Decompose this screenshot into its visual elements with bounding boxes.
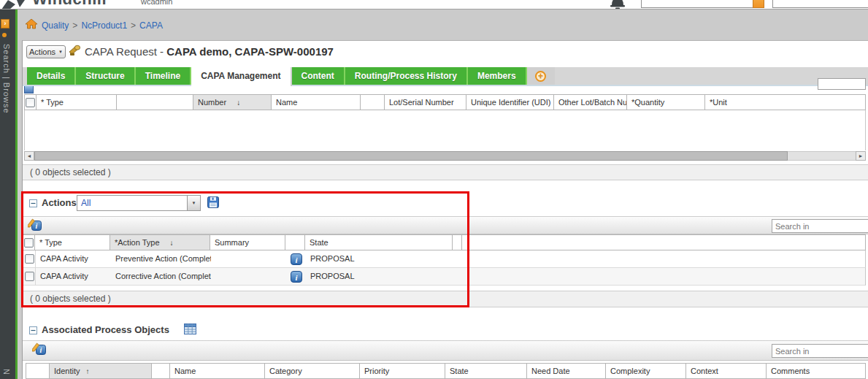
items-column-lot-serial[interactable]: Lot/Serial Number <box>385 94 466 110</box>
process-column-context[interactable]: Context <box>686 363 767 379</box>
information-icon[interactable]: i <box>291 271 302 283</box>
process-column-identity[interactable]: Identity↑ <box>50 363 152 379</box>
row-summary <box>211 250 286 267</box>
tab-timeline[interactable]: Timeline <box>136 67 191 85</box>
actions-table-status: ( 0 objects selected ) <box>23 291 868 307</box>
actions-column-empty[interactable] <box>453 234 462 250</box>
breadcrumb-link-quality[interactable]: Quality <box>42 20 69 31</box>
process-table-header: Identity↑ Name Category Priority State N… <box>26 363 866 379</box>
items-column-unit[interactable]: *Unit <box>705 94 866 110</box>
actions-column-state[interactable]: State <box>305 234 453 250</box>
save-view-icon[interactable] <box>207 196 219 208</box>
row-checkbox[interactable] <box>25 254 34 264</box>
tab-capa-management[interactable]: CAPA Management <box>191 67 291 86</box>
process-column-need-date[interactable]: Need Date <box>527 363 606 379</box>
capa-request-type-icon <box>69 45 82 56</box>
breadcrumb-link-capa[interactable]: CAPA <box>139 20 163 31</box>
scrollbar-left-arrow[interactable]: ◄ <box>24 151 34 161</box>
global-search-input[interactable] <box>641 0 753 8</box>
process-search-input[interactable] <box>772 344 868 358</box>
sort-descending-icon: ↓ <box>170 239 174 247</box>
add-tab-button[interactable]: + <box>527 67 555 85</box>
sidebar-item-search-browse[interactable]: Search | Browse <box>2 44 11 114</box>
actions-view-dropdown[interactable]: All ▼ <box>77 195 201 211</box>
process-column-name[interactable]: Name <box>170 363 265 379</box>
actions-menu-label: Actions <box>29 47 55 56</box>
items-column-number[interactable]: Number↓ <box>193 94 272 110</box>
tab-structure[interactable]: Structure <box>76 67 135 85</box>
process-objects-section-title: Associated Process Objects <box>42 324 169 335</box>
sidebar-expand-button[interactable]: › <box>1 19 9 28</box>
scrollbar-track[interactable] <box>788 151 856 161</box>
notifications-bell-icon[interactable] <box>609 0 626 9</box>
process-column-category[interactable]: Category <box>265 363 360 379</box>
process-column-empty <box>26 363 50 379</box>
row-type: CAPA Activity <box>36 250 111 267</box>
process-column-complexity[interactable]: Complexity <box>606 363 686 379</box>
information-icon[interactable]: i <box>291 253 302 265</box>
actions-column-action-type[interactable]: *Action Type↓ <box>110 234 210 250</box>
scrollbar-thumb[interactable] <box>34 151 788 161</box>
process-column-state[interactable]: State <box>445 363 527 379</box>
row-info-cell: i <box>286 250 306 267</box>
tab-content[interactable]: Content <box>292 67 345 85</box>
process-column-comments[interactable]: Comments <box>767 363 866 379</box>
actions-table-row-corrective[interactable]: CAPA Activity Corrective Action (Complet… <box>23 268 866 286</box>
tab-details[interactable]: Details <box>27 67 76 85</box>
tab-members[interactable]: Members <box>468 67 527 85</box>
add-tab-plus-icon: + <box>535 71 546 82</box>
top-header-bar: Windchill wcadmin <box>0 0 868 9</box>
items-column-udi[interactable]: Unique Identifier (UDI) <box>466 94 554 110</box>
collapse-process-objects-icon[interactable] <box>29 326 37 334</box>
breadcrumb-separator: > <box>131 20 136 31</box>
tab-routing-process-history[interactable]: Routing/Process History <box>345 67 468 85</box>
dropdown-arrow-icon[interactable]: ▼ <box>187 196 200 210</box>
sort-ascending-icon: ↑ <box>85 367 89 375</box>
tab-bar: Details Structure Timeline CAPA Manageme… <box>23 67 868 85</box>
items-column-type[interactable]: * Type <box>37 94 117 110</box>
actions-column-type[interactable]: * Type <box>35 234 110 250</box>
items-search-input-partial[interactable] <box>818 78 866 90</box>
row-checkbox[interactable] <box>25 272 34 281</box>
row-state: PROPOSAL <box>306 268 453 285</box>
row-state: PROPOSAL <box>306 250 453 267</box>
scrollbar-right-arrow[interactable]: ► <box>856 151 866 161</box>
sidebar-orange-dot-icon <box>2 33 7 37</box>
actions-column-info[interactable] <box>285 234 305 250</box>
items-column-quantity[interactable]: *Quantity <box>627 94 705 110</box>
actions-column-filler <box>462 234 866 250</box>
breadcrumb-link-ncproduct1[interactable]: NcProduct1 <box>81 20 127 31</box>
process-column-priority[interactable]: Priority <box>360 363 445 379</box>
items-toolbar-icon-partial[interactable] <box>24 86 34 93</box>
page-title-prefix: CAPA Request - <box>85 45 166 58</box>
tab-bar-divider <box>23 85 868 86</box>
home-icon[interactable] <box>26 19 37 29</box>
page-title-object-name: CAPA demo, CAPA-SPW-000197 <box>166 45 334 58</box>
items-column-name[interactable]: Name <box>272 94 361 110</box>
secondary-search-input[interactable] <box>772 0 868 8</box>
view-information-icon[interactable]: i <box>32 342 46 355</box>
items-column-empty[interactable] <box>117 94 193 110</box>
actions-select-all-cell <box>23 234 35 250</box>
items-column-other-lot[interactable]: Other Lot/Batch Num... <box>554 94 627 110</box>
sort-descending-icon: ↓ <box>237 99 240 107</box>
actions-search-input[interactable] <box>772 219 868 233</box>
svg-text:i: i <box>36 222 38 230</box>
windchill-capa-screen: Windchill wcadmin › Search | Browse N Qu… <box>0 0 868 379</box>
user-name[interactable]: wcadmin <box>141 0 172 6</box>
actions-table-header: * Type *Action Type↓ Summary State <box>23 234 866 250</box>
sidebar-accent-line <box>15 9 18 379</box>
breadcrumb-separator: > <box>72 20 77 31</box>
items-select-all-checkbox[interactable] <box>26 98 35 107</box>
global-search-button[interactable] <box>753 0 764 8</box>
items-select-all-cell <box>24 94 37 110</box>
items-column-empty2[interactable] <box>361 94 385 110</box>
sidebar-bottom-nav-partial[interactable]: N <box>2 369 11 375</box>
actions-column-summary[interactable]: Summary <box>210 234 285 250</box>
actions-menu-button[interactable]: Actions ▼ <box>26 45 66 58</box>
view-information-icon[interactable]: i <box>28 218 42 231</box>
actions-select-all-checkbox[interactable] <box>24 238 34 248</box>
collapse-actions-icon[interactable] <box>29 199 37 207</box>
actions-table-row-preventive[interactable]: CAPA Activity Preventive Action (Complet… <box>23 250 866 268</box>
table-view-icon[interactable] <box>184 324 196 334</box>
